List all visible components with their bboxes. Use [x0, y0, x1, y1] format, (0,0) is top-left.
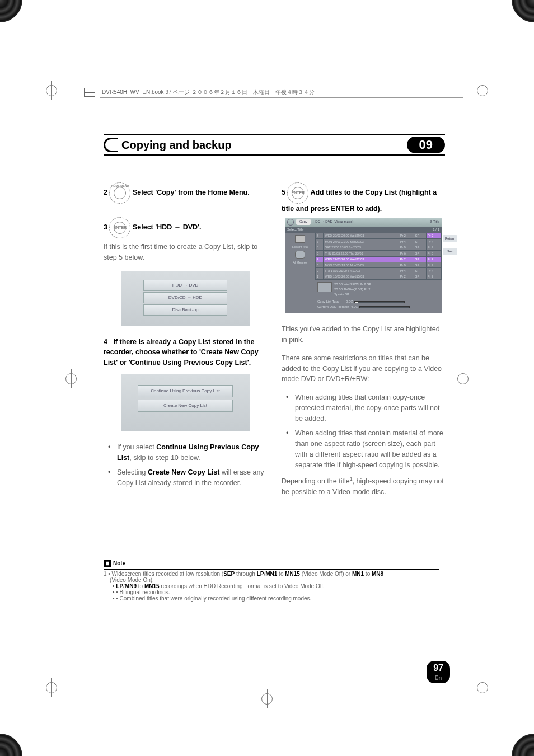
crop-mark [257, 689, 277, 708]
copy-list-screenshot: Copy HDD → DVD (Video mode) 8 Title Sele… [285, 218, 442, 313]
footnote-1: 1 • Widescreen titles recorded at low re… [104, 569, 439, 602]
enter-button-icon: ENTER [109, 217, 130, 238]
crop-mark [473, 81, 492, 100]
list-item: When adding titles that contain copy-onc… [289, 392, 445, 424]
table-row: 8WED 29/03 20:00 Wed29/03Pr 2SPPr 2 [316, 233, 442, 238]
crop-mark [42, 678, 61, 697]
copy-ui-left-panel: Recent first All Genres [285, 233, 315, 280]
book-icon [84, 88, 95, 97]
home-menu-button-icon: HOME MENU [109, 182, 130, 204]
restrictions-list: When adding titles that contain copy-onc… [282, 392, 445, 470]
closing-text: Depending on the title1, high-speed copy… [282, 476, 445, 497]
footnote-sub: LP/MN9 to MN15 recordings when HDD Recor… [113, 583, 439, 589]
list-item: When adding titles that contain material… [289, 428, 445, 470]
copy-ui-topbar: Copy HDD → DVD (Video mode) 8 Title [285, 218, 442, 227]
note-label: Note [104, 560, 125, 567]
enter-button-icon: ENTER [287, 182, 308, 204]
step-4: 4 If there is already a Copy List stored… [104, 337, 267, 368]
section-header: Copying and backup 09 [104, 134, 445, 156]
page-content: Copying and backup 09 2 HOME MENU Select… [104, 134, 445, 505]
footnote-sub: • Bilingual recordings. [113, 589, 439, 595]
title-detail: 20:00 Wed29/03 Pr 2 SP 20:00 1h00m(2.0G)… [285, 280, 442, 298]
step-3-text: Select 'HDD → DVD'. [133, 223, 202, 231]
table-row: 7MON 27/03 21:00 Mon27/03Pr 4SPPr 4 [316, 239, 442, 245]
copy-menu-screenshot: HDD → DVD DVD/CD → HDD Disc Back-up [121, 271, 250, 326]
step-5: 5 ENTER Add titles to the Copy List (hig… [282, 182, 445, 214]
next-button: Next [443, 248, 457, 255]
remain-bar [359, 306, 410, 308]
table-row-highlighted: 4WED 22/03 20:00 Wed22/03Pr 2SPPr 2 [316, 256, 442, 262]
step-2-text: Select 'Copy' from the Home Menu. [133, 189, 250, 196]
crop-mark [62, 369, 81, 388]
title-count: 8 Title [430, 219, 439, 224]
list-item: If you select Continue Using Previous Co… [111, 442, 267, 463]
left-column: 2 HOME MENU Select 'Copy' from the Home … [104, 182, 267, 505]
page-lang: En [427, 675, 450, 681]
return-button: Return [443, 235, 457, 242]
menu-option: DVD/CD → HDD [143, 292, 227, 303]
table-row: 2FRI 17/03 21:00 Fri 17/03Pr 4SPPr 4 [316, 268, 442, 274]
note-icon [104, 560, 111, 567]
print-registration-blob [0, 734, 22, 756]
menu-option: Create New Copy List [138, 400, 233, 412]
disc-icon [287, 219, 294, 226]
section-title: Copying and backup [121, 139, 407, 152]
total-bar [354, 301, 405, 303]
table-row: 1WED 15/03 20:00 Wed15/03Pr 2SPPr 2 [316, 274, 442, 279]
table-row: 6SAT 25/03 23:00 Sat25/03Pr 9SPPr 9 [316, 245, 442, 250]
page-number: 97 [433, 663, 443, 673]
print-registration-blob [512, 734, 534, 756]
copy-mode: HDD → DVD (Video mode) [313, 219, 354, 224]
page-number-tab: 97 En [427, 661, 450, 683]
sort-icon [295, 235, 305, 243]
footnotes: Note 1 • Widescreen titles recorded at l… [104, 560, 439, 602]
body-text: There are some restrictions on titles th… [282, 353, 445, 384]
step-2: 2 HOME MENU Select 'Copy' from the Home … [104, 182, 267, 204]
print-registration-blob [512, 0, 534, 22]
crop-mark [473, 678, 492, 697]
title-table: 8WED 29/03 20:00 Wed29/03Pr 2SPPr 2 7MON… [315, 233, 442, 280]
thumbnail-icon [317, 282, 332, 292]
copy-ui-subbar: Select Title 1 / 1 [285, 227, 442, 233]
step-3: 3 ENTER Select 'HDD → DVD'. [104, 217, 267, 238]
menu-option: HDD → DVD [143, 280, 227, 291]
crop-mark [42, 81, 61, 100]
copy-tab: Copy [296, 219, 311, 225]
genre-icon [295, 251, 305, 259]
step-3-body: If this is the first time to create a Co… [104, 242, 267, 263]
body-text: Titles you've added to the Copy List are… [282, 324, 445, 345]
menu-option: Continue Using Previous Copy List [138, 385, 233, 397]
list-item: Selecting Create New Copy List will eras… [111, 467, 267, 489]
table-row: 3MON 20/03 13:00 Mon20/03Pr 9SPPr 9 [316, 262, 442, 267]
crop-mark [453, 369, 472, 388]
step-4-text: If there is already a Copy List stored i… [104, 338, 259, 367]
menu-option: Disc Back-up [143, 304, 227, 316]
right-column: 5 ENTER Add titles to the Copy List (hig… [282, 182, 445, 505]
print-header-text: DVR540H_WV_EN.book 97 ページ ２００６年２月１６日 木曜日… [102, 88, 315, 96]
print-registration-blob [0, 0, 22, 22]
copy-totals: Copy List Total 0.0G Current DVD Remain … [285, 298, 442, 309]
step-4-bullets: If you select Continue Using Previous Co… [104, 442, 267, 489]
bracket-decoration [104, 138, 118, 152]
copy-list-choice-screenshot: Continue Using Previous Copy List Create… [121, 374, 250, 431]
footnote-sub: • Combined titles that were originally r… [113, 595, 439, 602]
chapter-tab: 09 [407, 137, 445, 153]
table-row: 5THU 23/03 22:00 Thu 23/03Pr 6SPPr 6 [316, 251, 442, 256]
print-header: DVR540H_WV_EN.book 97 ページ ２００６年２月１６日 木曜日… [84, 87, 463, 98]
